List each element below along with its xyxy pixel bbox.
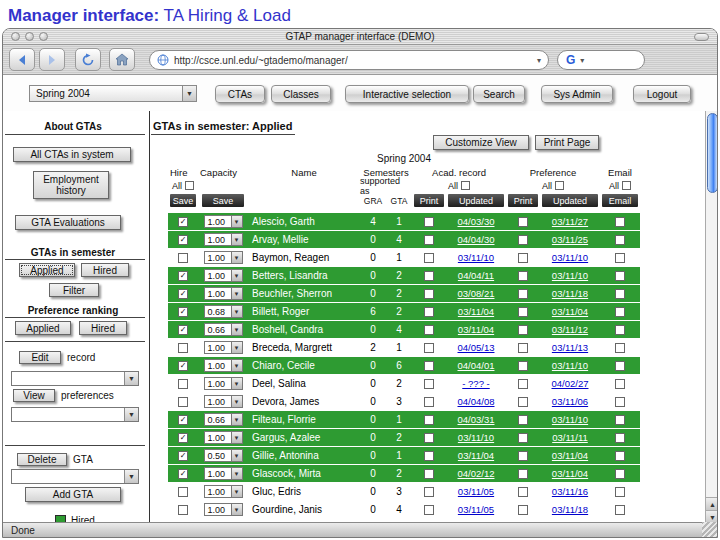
url-dropdown-icon[interactable]: ▾	[537, 56, 541, 65]
refresh-button[interactable]	[75, 48, 101, 71]
acad-updated-header-button[interactable]: Updated	[448, 194, 504, 207]
hire-checkbox[interactable]	[178, 253, 188, 263]
acad-print-checkbox[interactable]	[424, 433, 434, 443]
hire-checkbox[interactable]: ✓	[178, 361, 188, 371]
pref-updated-link[interactable]: 03/11/13	[552, 342, 588, 353]
nav-button-sys-admin[interactable]: Sys Admin	[541, 85, 613, 103]
edit-record-select[interactable]: ▼	[11, 371, 139, 386]
acad-updated-link[interactable]: 04/04/11	[458, 270, 494, 281]
acad-print-checkbox[interactable]	[424, 469, 434, 479]
pref-print-checkbox[interactable]	[518, 451, 528, 461]
pref-updated-link[interactable]: 03/11/25	[552, 234, 588, 245]
select-all-acad-checkbox[interactable]	[461, 181, 470, 190]
home-button[interactable]	[109, 48, 135, 71]
edit-button[interactable]: Edit	[19, 351, 61, 364]
select-all-pref-checkbox[interactable]	[555, 181, 564, 190]
capacity-select[interactable]: 1.00▼	[204, 377, 243, 390]
capacity-select[interactable]: 1.00▼	[204, 215, 243, 228]
pref-updated-link[interactable]: 03/11/27	[552, 216, 588, 227]
hire-checkbox[interactable]: ✓	[178, 325, 188, 335]
scrollbar-thumb[interactable]	[707, 113, 718, 193]
capacity-select[interactable]: 1.00▼	[204, 269, 243, 282]
capacity-select[interactable]: 1.00▼	[204, 467, 243, 480]
acad-updated-link[interactable]: 03/11/05	[458, 486, 494, 497]
email-checkbox[interactable]	[615, 397, 625, 407]
acad-print-checkbox[interactable]	[424, 289, 434, 299]
capacity-select[interactable]: 1.00▼	[204, 341, 243, 354]
acad-updated-link[interactable]: 03/11/05	[458, 504, 494, 515]
employment-history-button[interactable]: Employment history	[33, 171, 109, 199]
acad-updated-link[interactable]: 03/08/21	[458, 288, 495, 299]
email-checkbox[interactable]	[615, 361, 625, 371]
hire-checkbox[interactable]	[178, 505, 188, 515]
acad-print-checkbox[interactable]	[424, 271, 434, 281]
forward-button[interactable]	[39, 48, 65, 71]
acad-print-checkbox[interactable]	[424, 253, 434, 263]
email-checkbox[interactable]	[615, 253, 625, 263]
pref-updated-link[interactable]: 03/11/04	[552, 450, 588, 461]
capacity-select[interactable]: 1.00▼	[204, 251, 243, 264]
hire-checkbox[interactable]: ✓	[178, 415, 188, 425]
save-hire-button[interactable]: Save	[170, 194, 196, 207]
email-checkbox[interactable]	[615, 487, 625, 497]
pref-print-checkbox[interactable]	[518, 469, 528, 479]
pref-print-checkbox[interactable]	[518, 253, 528, 263]
email-checkbox[interactable]	[615, 235, 625, 245]
print-page-button[interactable]: Print Page	[535, 135, 599, 150]
pref-updated-link[interactable]: 03/11/10	[552, 360, 588, 371]
hire-checkbox[interactable]	[178, 343, 188, 353]
hire-checkbox[interactable]: ✓	[178, 433, 188, 443]
acad-print-checkbox[interactable]	[424, 379, 434, 389]
select-all-email-checkbox[interactable]	[622, 181, 631, 190]
acad-print-checkbox[interactable]	[424, 307, 434, 317]
hire-checkbox[interactable]: ✓	[178, 235, 188, 245]
pref-print-checkbox[interactable]	[518, 343, 528, 353]
hire-checkbox[interactable]: ✓	[178, 307, 188, 317]
capacity-select[interactable]: 1.00▼	[204, 395, 243, 408]
pref-updated-header-button[interactable]: Updated	[542, 194, 598, 207]
capacity-select[interactable]: 1.00▼	[204, 233, 243, 246]
email-checkbox[interactable]	[615, 433, 625, 443]
pref-updated-link[interactable]: 03/11/10	[552, 252, 588, 263]
pref-print-checkbox[interactable]	[518, 505, 528, 515]
scroll-up-button[interactable]: ▲	[706, 497, 718, 510]
pref-updated-link[interactable]: 03/11/04	[552, 468, 588, 479]
acad-updated-link[interactable]: 03/11/10	[458, 432, 494, 443]
hire-checkbox[interactable]: ✓	[178, 469, 188, 479]
gta-evaluations-button[interactable]: GTA Evaluations	[15, 215, 121, 230]
email-checkbox[interactable]	[615, 325, 625, 335]
pref-updated-link[interactable]: 03/11/12	[552, 324, 588, 335]
semester-select[interactable]: Spring 2004 ▼	[29, 85, 197, 102]
pref-print-checkbox[interactable]	[518, 397, 528, 407]
vertical-scrollbar[interactable]: ▲ ▼	[705, 111, 718, 524]
acad-updated-link[interactable]: 03/11/04	[458, 324, 494, 335]
email-checkbox[interactable]	[615, 451, 625, 461]
acad-updated-link[interactable]: 04/04/08	[458, 396, 495, 407]
capacity-select[interactable]: 0.66▼	[204, 413, 243, 426]
hired-button[interactable]: Hired	[81, 263, 129, 277]
capacity-select[interactable]: 1.00▼	[204, 287, 243, 300]
acad-print-checkbox[interactable]	[424, 235, 434, 245]
pref-updated-link[interactable]: 04/02/27	[552, 378, 589, 389]
hire-checkbox[interactable]: ✓	[178, 451, 188, 461]
resize-grip[interactable]	[702, 522, 717, 537]
pref-updated-link[interactable]: 03/11/18	[552, 288, 588, 299]
applied-button[interactable]: Applied	[19, 263, 75, 277]
acad-updated-link[interactable]: 04/03/31	[458, 414, 495, 425]
pref-print-checkbox[interactable]	[518, 379, 528, 389]
all-ctas-button[interactable]: All CTAs in system	[13, 147, 131, 162]
email-header-button[interactable]: Email	[602, 194, 638, 207]
pref-print-checkbox[interactable]	[518, 433, 528, 443]
email-checkbox[interactable]	[615, 307, 625, 317]
pref-updated-link[interactable]: 03/11/10	[552, 270, 588, 281]
hire-checkbox[interactable]	[178, 379, 188, 389]
acad-updated-link[interactable]: 03/11/04	[458, 306, 494, 317]
save-capacity-button[interactable]: Save	[202, 194, 244, 207]
filter-button[interactable]: Filter	[49, 283, 99, 297]
email-checkbox[interactable]	[615, 379, 625, 389]
google-search-field[interactable]: G ▾	[557, 50, 645, 70]
acad-updated-link[interactable]: 03/11/10	[458, 252, 494, 263]
acad-updated-link[interactable]: 04/03/30	[458, 216, 495, 227]
preference-applied-button[interactable]: Applied	[15, 321, 71, 335]
hire-checkbox[interactable]	[178, 487, 188, 497]
